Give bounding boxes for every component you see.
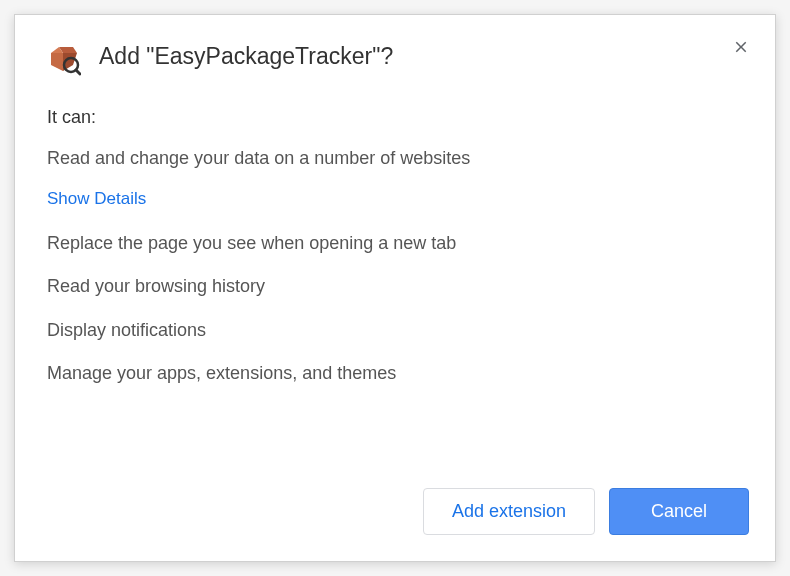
cancel-button[interactable]: Cancel	[609, 488, 749, 535]
close-button[interactable]	[729, 35, 753, 59]
permission-item: Read your browsing history	[47, 274, 743, 299]
show-details-link[interactable]: Show Details	[47, 189, 146, 209]
permission-item: Manage your apps, extensions, and themes	[47, 361, 743, 386]
dialog-body: It can: Read and change your data on a n…	[15, 87, 775, 472]
extension-icon	[47, 43, 81, 77]
dialog-header: Add "EasyPackageTracker"?	[15, 15, 775, 87]
svg-line-5	[76, 70, 80, 74]
dialog-title: Add "EasyPackageTracker"?	[99, 43, 749, 70]
extension-install-dialog: Add "EasyPackageTracker"? It can: Read a…	[14, 14, 776, 562]
permission-item: Display notifications	[47, 318, 743, 343]
add-extension-button[interactable]: Add extension	[423, 488, 595, 535]
permission-item: Read and change your data on a number of…	[47, 146, 743, 171]
permission-item: Replace the page you see when opening a …	[47, 231, 743, 256]
close-icon	[732, 38, 750, 56]
svg-marker-3	[51, 53, 63, 71]
dialog-footer: Add extension Cancel	[15, 472, 775, 561]
permissions-intro: It can:	[47, 107, 743, 128]
